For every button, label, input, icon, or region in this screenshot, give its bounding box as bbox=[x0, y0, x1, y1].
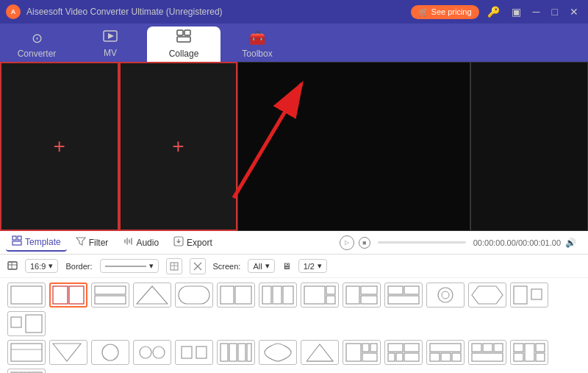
template-item-8[interactable] bbox=[301, 283, 339, 308]
template-item-r2-9[interactable] bbox=[343, 340, 381, 365]
template-controls-row: 16:9 ▾ Border: ▾ Screen: All ▾ 🖥 bbox=[0, 255, 588, 278]
svg-rect-43 bbox=[514, 286, 527, 304]
template-item-12[interactable] bbox=[468, 283, 506, 308]
template-item-r2-2[interactable] bbox=[49, 340, 87, 365]
svg-rect-55 bbox=[220, 344, 228, 361]
titlebar: A Aiseesoft Video Converter Ultimate (Un… bbox=[0, 0, 588, 24]
template-item-10[interactable] bbox=[384, 283, 423, 308]
svg-point-50 bbox=[102, 344, 118, 360]
tab-collage[interactable]: Collage bbox=[147, 26, 220, 62]
template-item-14[interactable] bbox=[7, 311, 46, 336]
svg-rect-7 bbox=[12, 236, 16, 240]
svg-rect-70 bbox=[430, 353, 440, 361]
template-item-4[interactable] bbox=[133, 283, 171, 308]
svg-rect-20 bbox=[53, 286, 68, 304]
template-item-6[interactable] bbox=[217, 283, 255, 308]
svg-rect-62 bbox=[370, 344, 377, 352]
aspect-ratio-icon bbox=[7, 260, 18, 272]
key-icon-button[interactable]: 🔑 bbox=[484, 4, 503, 19]
filter-tab[interactable]: Filter bbox=[70, 234, 115, 251]
template-icon bbox=[12, 235, 22, 248]
monitor-icon-button[interactable]: ▣ bbox=[508, 4, 525, 19]
converter-icon: ⊙ bbox=[32, 30, 43, 46]
template-item-r2-14[interactable] bbox=[7, 369, 46, 373]
app-window: A Aiseesoft Video Converter Ultimate (Un… bbox=[0, 0, 588, 373]
video-panel-2[interactable]: + bbox=[119, 62, 238, 231]
screen-num-select[interactable]: 1/2 ▾ bbox=[298, 259, 327, 273]
svg-rect-75 bbox=[494, 344, 503, 352]
template-item-single[interactable] bbox=[7, 283, 46, 308]
svg-rect-25 bbox=[179, 286, 209, 304]
stop-button[interactable]: ■ bbox=[359, 237, 370, 249]
svg-rect-32 bbox=[326, 286, 335, 294]
template-item-r2-10[interactable] bbox=[384, 340, 423, 365]
template-item-3[interactable] bbox=[91, 283, 129, 308]
svg-rect-31 bbox=[304, 286, 325, 304]
pattern-btn-1[interactable] bbox=[166, 258, 182, 274]
svg-rect-72 bbox=[452, 353, 461, 361]
template-item-5[interactable] bbox=[175, 283, 213, 308]
close-button[interactable]: ✕ bbox=[566, 4, 582, 19]
template-item-r2-11[interactable] bbox=[426, 340, 465, 365]
audio-tab[interactable]: Audio bbox=[117, 234, 165, 251]
template-tab[interactable]: Template bbox=[6, 233, 67, 252]
template-item-r2-8[interactable] bbox=[301, 340, 339, 365]
template-item-r2-4[interactable] bbox=[133, 340, 171, 365]
svg-rect-79 bbox=[536, 344, 545, 352]
svg-rect-29 bbox=[273, 286, 282, 304]
video-panel-1[interactable]: + bbox=[0, 62, 119, 231]
filter-icon bbox=[76, 236, 86, 249]
svg-rect-74 bbox=[483, 344, 492, 352]
svg-rect-27 bbox=[235, 286, 251, 304]
svg-marker-24 bbox=[137, 286, 168, 304]
template-item-7[interactable] bbox=[259, 283, 297, 308]
border-select[interactable]: ▾ bbox=[100, 259, 159, 273]
mv-icon bbox=[103, 30, 118, 46]
template-item-r2-3[interactable] bbox=[91, 340, 129, 365]
svg-rect-76 bbox=[472, 353, 503, 361]
svg-rect-47 bbox=[11, 344, 42, 361]
svg-rect-81 bbox=[536, 353, 545, 361]
volume-icon[interactable]: 🔊 bbox=[565, 238, 576, 248]
template-item-r2-5[interactable] bbox=[175, 340, 213, 365]
play-button[interactable]: ▷ bbox=[340, 235, 354, 250]
svg-rect-36 bbox=[361, 296, 377, 304]
template-item-r2-1[interactable] bbox=[7, 340, 46, 365]
template-item-9[interactable] bbox=[343, 283, 381, 308]
svg-rect-19 bbox=[11, 286, 42, 304]
svg-marker-42 bbox=[472, 286, 503, 304]
audio-icon bbox=[123, 236, 133, 249]
maximize-button[interactable]: □ bbox=[548, 4, 562, 19]
screen-select[interactable]: All ▾ bbox=[248, 259, 274, 273]
template-item-r2-7[interactable] bbox=[259, 340, 297, 365]
template-item-r2-12[interactable] bbox=[468, 340, 506, 365]
template-item-2panel[interactable] bbox=[49, 283, 87, 308]
template-item-r2-6[interactable] bbox=[217, 340, 255, 365]
tab-mv[interactable]: MV bbox=[74, 26, 147, 62]
tab-toolbox[interactable]: 🧰 Toolbox bbox=[220, 26, 294, 62]
screen-num-label: 1/2 bbox=[304, 262, 315, 271]
svg-rect-8 bbox=[18, 236, 21, 240]
svg-point-41 bbox=[442, 291, 449, 299]
progress-bar[interactable] bbox=[378, 241, 466, 244]
see-pricing-button[interactable]: 🛒 See pricing bbox=[411, 5, 479, 19]
ratio-label: 16:9 bbox=[30, 262, 46, 271]
export-tab[interactable]: Export bbox=[168, 234, 218, 251]
monitor-icon: 🖥 bbox=[282, 261, 291, 271]
svg-rect-53 bbox=[182, 347, 192, 358]
tab-converter[interactable]: ⊙ Converter bbox=[0, 26, 74, 62]
svg-rect-71 bbox=[441, 353, 451, 361]
svg-rect-80 bbox=[514, 353, 523, 361]
template-item-13[interactable] bbox=[510, 283, 548, 308]
ratio-select[interactable]: 16:9 ▾ bbox=[25, 259, 58, 273]
minimize-button[interactable]: ─ bbox=[529, 4, 544, 19]
svg-rect-63 bbox=[362, 353, 377, 361]
pattern-btn-2[interactable] bbox=[190, 258, 206, 274]
template-row-1 bbox=[7, 283, 581, 336]
video-panel-4 bbox=[470, 62, 588, 231]
svg-rect-2 bbox=[177, 30, 183, 35]
svg-rect-38 bbox=[404, 286, 419, 294]
template-item-11[interactable] bbox=[426, 283, 465, 308]
template-item-r2-13[interactable] bbox=[510, 340, 548, 365]
screen-chevron: ▾ bbox=[265, 261, 270, 271]
